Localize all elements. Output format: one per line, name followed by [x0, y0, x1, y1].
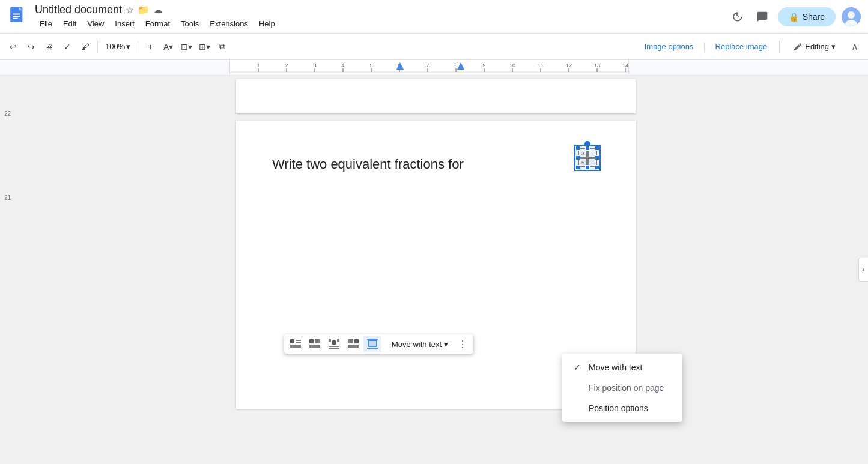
ruler-active-area: 1 2 3 4 5 6 7 8 9 10 11	[229, 60, 629, 74]
print-button[interactable]: 🖨	[41, 38, 58, 55]
menu-edit[interactable]: Edit	[58, 17, 81, 30]
comments-icon[interactable]	[753, 7, 772, 26]
folder-icon[interactable]: 📁	[138, 4, 150, 16]
divider-3	[779, 41, 780, 53]
doc-title-area: Untitled document ☆ 📁 ☁ File Edit View I…	[35, 4, 727, 30]
move-with-text-button[interactable]: Move with text ▾	[387, 337, 453, 351]
zoom-control[interactable]: 100% ▾	[102, 41, 134, 52]
pencil-icon	[793, 42, 803, 52]
document-text: Write two equivalent fractions for	[272, 157, 599, 172]
menu-tools[interactable]: Tools	[176, 17, 204, 30]
move-with-text-label: Move with text	[392, 340, 442, 349]
handle-top-mid[interactable]	[585, 146, 590, 151]
menu-help[interactable]: Help	[254, 17, 280, 30]
top-bar: Untitled document ☆ 📁 ☁ File Edit View I…	[0, 0, 868, 34]
handle-top-left[interactable]	[575, 146, 580, 151]
svg-text:4: 4	[341, 62, 344, 68]
paint-format-button[interactable]: 🖌	[77, 38, 94, 55]
image-options-tb-button[interactable]: ⊞▾	[196, 38, 213, 55]
image-options-button[interactable]: Image options	[640, 40, 699, 53]
menu-view[interactable]: View	[82, 17, 109, 30]
add-button[interactable]: +	[142, 38, 159, 55]
wrap-right-button[interactable]	[344, 336, 362, 352]
handle-mid-right[interactable]	[595, 155, 599, 160]
right-panel: ‹	[858, 74, 868, 464]
svg-text:1: 1	[256, 62, 259, 68]
svg-rect-56	[332, 340, 336, 345]
app-icon	[7, 6, 29, 28]
share-button[interactable]: 🔒 Share	[778, 7, 836, 26]
ruler: 1 2 3 4 5 6 7 8 9 10 11	[0, 60, 868, 74]
wrap-inline-button[interactable]	[287, 336, 305, 352]
dropdown-item-fix-position[interactable]: ✓ Fix position on page	[562, 378, 682, 398]
undo-button[interactable]: ↩	[5, 38, 22, 55]
handle-bot-mid[interactable]	[585, 165, 590, 170]
checkmark-icon: ✓	[572, 362, 583, 373]
main-area: 22 21 Write two equivalent fractions for	[0, 74, 868, 464]
margin-num-21: 21	[4, 194, 11, 201]
svg-rect-63	[354, 339, 359, 343]
svg-rect-69	[368, 340, 377, 346]
divider-1	[97, 41, 98, 53]
more-options-button[interactable]: ⋮	[454, 336, 471, 352]
svg-text:5: 5	[369, 62, 372, 68]
menu-bar: File Edit View Insert Format Tools Exten…	[35, 17, 727, 30]
menu-file[interactable]: File	[35, 17, 57, 30]
svg-text:11: 11	[538, 62, 544, 68]
behind-text-button[interactable]	[363, 336, 381, 352]
svg-marker-37	[457, 62, 464, 70]
dropdown-item-move-with-text[interactable]: ✓ Move with text	[562, 357, 682, 378]
star-icon[interactable]: ☆	[126, 4, 134, 16]
menu-insert[interactable]: Insert	[110, 17, 139, 30]
svg-text:3: 3	[313, 62, 316, 68]
menu-extensions[interactable]: Extensions	[205, 17, 253, 30]
margin-num-22: 22	[4, 110, 11, 117]
document-container: Write two equivalent fractions for	[13, 74, 858, 464]
svg-text:13: 13	[594, 62, 600, 68]
handle-mid-left[interactable]	[575, 155, 580, 160]
break-text-button[interactable]	[325, 336, 343, 352]
svg-text:10: 10	[509, 62, 515, 68]
image-widget[interactable]: 3 5	[574, 145, 601, 175]
page-1	[236, 79, 636, 113]
svg-text:9: 9	[482, 62, 485, 68]
handle-bot-left[interactable]	[575, 165, 580, 170]
dropdown-item-position-options[interactable]: ✓ Position options	[562, 398, 682, 418]
replace-image-button[interactable]: Replace image	[711, 40, 772, 53]
svg-rect-3	[13, 16, 20, 17]
position-dropdown-menu: ✓ Move with text ✓ Fix position on page …	[562, 354, 682, 422]
svg-rect-4	[13, 17, 18, 19]
spell-check-button[interactable]: ✓	[59, 38, 76, 55]
menu-format[interactable]: Format	[141, 17, 175, 30]
crop-button[interactable]: ⧉	[214, 38, 231, 55]
left-margin: 22 21	[0, 74, 13, 464]
handle-bot-right[interactable]	[595, 165, 599, 170]
page-2[interactable]: Write two equivalent fractions for	[236, 121, 636, 409]
redo-button[interactable]: ↪	[23, 38, 40, 55]
image-inline-toolbar: Move with text ▾ ⋮	[284, 334, 473, 354]
editing-button[interactable]: Editing ▾	[787, 40, 842, 54]
user-avatar[interactable]	[842, 7, 861, 26]
cloud-icon[interactable]: ☁	[153, 4, 163, 16]
dropdown-position-options-label: Position options	[589, 403, 648, 413]
move-with-text-chevron: ▾	[444, 340, 448, 349]
svg-text:14: 14	[622, 62, 628, 68]
handle-top-right[interactable]	[595, 146, 599, 151]
zoom-chevron: ▾	[126, 42, 130, 51]
highlight-button[interactable]: A▾	[160, 38, 177, 55]
divider-2	[138, 41, 138, 53]
svg-rect-45	[290, 339, 294, 343]
editing-label: Editing	[805, 42, 829, 51]
zoom-value: 100%	[105, 42, 125, 51]
toolbar-right: Image options | Replace image Editing ▾ …	[640, 38, 863, 55]
collapse-panel-button[interactable]: ‹	[858, 258, 868, 282]
svg-text:12: 12	[566, 62, 572, 68]
collapse-button[interactable]: ∧	[846, 38, 863, 55]
doc-title[interactable]: Untitled document	[35, 4, 122, 16]
history-icon[interactable]	[727, 7, 747, 26]
share-label: Share	[803, 12, 825, 22]
wrap-left-button[interactable]	[306, 336, 324, 352]
border-button[interactable]: ⊡▾	[178, 38, 195, 55]
editing-chevron: ▾	[831, 42, 836, 51]
svg-point-6	[848, 11, 855, 19]
